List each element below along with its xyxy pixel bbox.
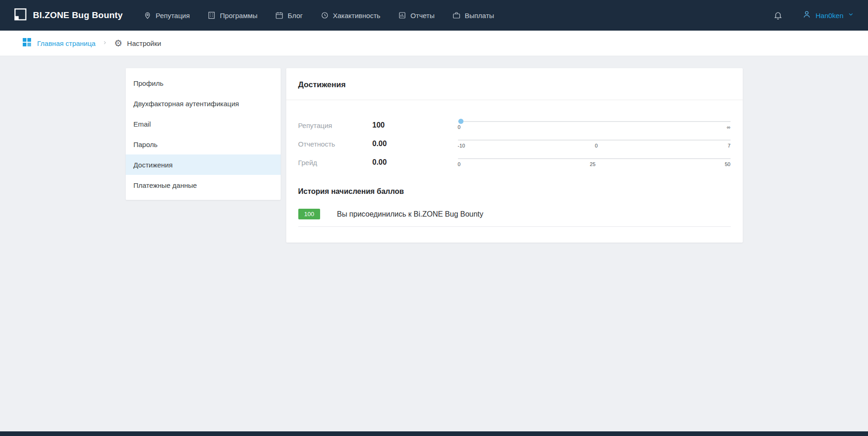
nav-item-label: Программы (220, 12, 257, 19)
breadcrumb-current: ⚙ Настройки (114, 38, 161, 48)
tick-max: ∞ (727, 124, 731, 130)
reports-icon (398, 11, 406, 19)
points-history-section: История начисления баллов 100 Вы присоед… (286, 174, 743, 243)
reporting-slider: -10 0 7 (458, 140, 731, 148)
settings-menu-item-2fa[interactable]: Двухфакторная аутентификация (126, 93, 281, 114)
metric-label: Репутация (298, 122, 373, 129)
metric-value: 0.00 (373, 158, 458, 167)
achievements-panel: Достижения Репутация 100 0 ∞ Отчетн (286, 68, 743, 243)
menu-item-label: Достижения (134, 161, 173, 169)
grade-slider: 0 25 50 (458, 158, 731, 167)
navbar-right: Han0ken (773, 10, 854, 21)
breadcrumb-separator-icon (102, 39, 108, 47)
nav-item-label: Отчеты (411, 12, 435, 19)
menu-item-label: Пароль (134, 141, 158, 148)
tick-max: 50 (725, 161, 730, 167)
metric-row-grade: Грейд 0.00 0 25 50 (298, 153, 731, 172)
hacktivity-icon (321, 11, 329, 19)
settings-menu-item-email[interactable]: Email (126, 114, 281, 134)
metric-value: 100 (373, 121, 458, 129)
metric-label: Отчетность (298, 140, 373, 148)
slider-track[interactable] (458, 158, 731, 159)
slider-ticks: 0 25 50 (458, 161, 731, 167)
points-history-title: История начисления баллов (298, 187, 731, 196)
user-name: Han0ken (816, 12, 843, 19)
nav-item-label: Блог (288, 12, 302, 19)
tick-min: -10 (458, 143, 465, 148)
achievements-metrics: Репутация 100 0 ∞ Отчетность 0.00 (286, 100, 743, 174)
history-entry: 100 Вы присоединились к Bi.ZONE Bug Boun… (298, 209, 731, 227)
brand-logo-link[interactable]: BI.ZONE Bug Bounty (14, 8, 123, 23)
payouts-icon (452, 11, 461, 19)
user-avatar-icon (802, 10, 811, 21)
points-badge: 100 (298, 209, 321, 219)
tick-min: 0 (458, 124, 461, 130)
dashboard-grid-icon (22, 38, 32, 49)
brand-name: BI.ZONE Bug Bounty (33, 10, 123, 20)
settings-menu-item-achievements[interactable]: Достижения (126, 154, 281, 175)
tick-max: 7 (727, 143, 730, 148)
bizone-logo-icon (14, 8, 27, 23)
top-navbar: BI.ZONE Bug Bounty Репутация Программы (0, 0, 868, 31)
tick-mid: 0 (595, 143, 598, 148)
nav-item-programs[interactable]: Программы (207, 11, 257, 19)
gear-icon: ⚙ (114, 38, 122, 48)
slider-track[interactable] (458, 121, 731, 122)
slider-handle[interactable] (458, 119, 463, 124)
breadcrumb-current-label: Настройки (127, 39, 161, 47)
menu-item-label: Двухфакторная аутентификация (134, 100, 239, 108)
chevron-down-icon (848, 11, 854, 19)
nav-item-hacktivity[interactable]: Хакактивность (321, 11, 380, 19)
breadcrumb: Главная страница ⚙ Настройки (0, 31, 868, 56)
menu-item-label: Профиль (134, 79, 164, 87)
nav-item-payouts[interactable]: Выплаты (452, 11, 494, 19)
metric-label: Грейд (298, 159, 373, 167)
tick-mid: 25 (590, 161, 595, 167)
nav-item-reports[interactable]: Отчеты (398, 11, 435, 19)
settings-menu-item-payment-details[interactable]: Платежные данные (126, 175, 281, 195)
breadcrumb-home-label: Главная страница (37, 39, 96, 47)
user-menu[interactable]: Han0ken (802, 10, 854, 21)
notifications-bell-icon[interactable] (773, 11, 783, 20)
settings-menu-item-profile[interactable]: Профиль (126, 73, 281, 93)
menu-item-label: Платежные данные (134, 181, 197, 189)
history-entry-text: Вы присоединились к Bi.ZONE Bug Bounty (337, 210, 483, 218)
nav-item-blog[interactable]: Блог (275, 11, 302, 19)
programs-icon (207, 11, 216, 19)
blog-icon (275, 11, 283, 19)
tick-min: 0 (458, 161, 461, 167)
slider-track[interactable] (458, 140, 731, 141)
nav-item-label: Выплаты (465, 12, 494, 19)
reputation-slider: 0 ∞ (458, 121, 731, 130)
settings-menu-item-password[interactable]: Пароль (126, 134, 281, 154)
settings-menu: Профиль Двухфакторная аутентификация Ema… (126, 68, 281, 200)
slider-ticks: -10 0 7 (458, 143, 731, 148)
metric-value: 0.00 (373, 140, 458, 148)
nav-item-label: Хакактивность (333, 12, 380, 19)
nav-item-label: Репутация (156, 12, 190, 19)
settings-page-content: Профиль Двухфакторная аутентификация Ema… (126, 68, 743, 243)
breadcrumb-home-link[interactable]: Главная страница (22, 38, 96, 49)
panel-title: Достижения (286, 68, 743, 100)
main-nav: Репутация Программы Блог (143, 11, 494, 19)
reputation-icon (143, 11, 152, 19)
nav-item-reputation[interactable]: Репутация (143, 11, 190, 19)
footer-strip (0, 431, 868, 436)
metric-row-reporting: Отчетность 0.00 -10 0 7 (298, 135, 731, 153)
slider-ticks: 0 ∞ (458, 124, 731, 130)
menu-item-label: Email (134, 120, 151, 128)
metric-row-reputation: Репутация 100 0 ∞ (298, 116, 731, 135)
